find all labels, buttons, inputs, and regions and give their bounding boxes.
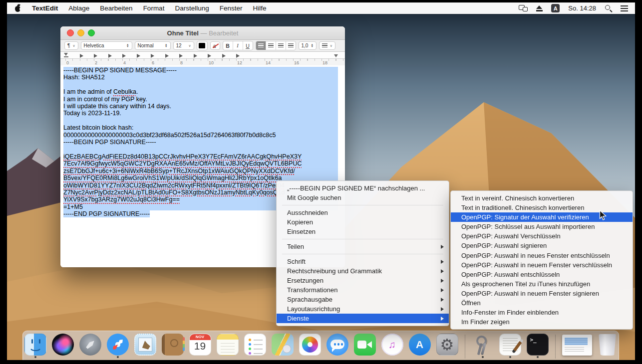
menu-item-layoutausrichtung[interactable]: Layoutausrichtung <box>277 304 449 314</box>
dock-item-reminders[interactable] <box>244 334 266 358</box>
menubar-clock[interactable]: So. 14:28 <box>568 4 596 12</box>
dock-item-finder[interactable] <box>24 334 46 358</box>
mail-icon <box>134 334 156 356</box>
minimize-button[interactable] <box>77 29 84 36</box>
align-right-button[interactable] <box>276 41 286 50</box>
zoom-button[interactable] <box>88 29 95 36</box>
close-button[interactable] <box>67 29 74 36</box>
menu-item-als-gesprochenen-titel-zu-itunes-hinzufügen[interactable]: Als gesprochenen Titel zu iTunes hinzufü… <box>451 279 633 289</box>
menubar-menu-darstellung[interactable]: Darstellung <box>175 4 209 12</box>
menu-item-ausschneiden[interactable]: Ausschneiden <box>277 208 449 217</box>
menu-item-kopieren[interactable]: Kopieren <box>277 217 449 227</box>
tab-stop-marker[interactable] <box>222 54 226 58</box>
apple-menu-icon[interactable] <box>14 4 21 12</box>
menu-item-openpgp-auswahl-in-neuem-fenster-verschlüsseln[interactable]: OpenPGP: Auswahl in neuem Fenster versch… <box>451 260 633 270</box>
menubar-menu-fenster[interactable]: Fenster <box>220 4 243 12</box>
menubar-menu-format[interactable]: Format <box>143 4 165 12</box>
eject-icon[interactable] <box>536 5 543 11</box>
dock-item-trash[interactable] <box>598 334 618 358</box>
notification-center-icon[interactable] <box>621 5 628 11</box>
tab-stop-marker[interactable] <box>208 54 211 58</box>
spotlight-search-icon[interactable] <box>605 4 612 12</box>
menu-item-öffnen[interactable]: Öffnen <box>451 298 633 308</box>
font-family-select[interactable]: Helvetica ▲▼ <box>81 41 132 50</box>
menu-item-openpgp-auswahl-verschlüsseln[interactable]: OpenPGP: Auswahl Verschlüsseln <box>451 231 633 241</box>
dock-item-app-store[interactable]: A <box>409 334 431 358</box>
dock-item-messages[interactable] <box>326 334 348 358</box>
menu-item-schrift[interactable]: Schrift <box>277 257 449 266</box>
menu-item-mit-google-suchen[interactable]: Mit Google suchen <box>277 193 449 202</box>
menu-item-ersetzungen[interactable]: Ersetzungen <box>277 276 449 285</box>
tab-stop-marker[interactable] <box>122 54 126 58</box>
menu-item-openpgp-auswahl-in-neues-fenster-entschlüsseln[interactable]: OpenPGP: Auswahl in neues Fenster entsch… <box>451 251 633 260</box>
dock-item-itunes[interactable]: ♫ <box>381 334 403 358</box>
menu-item-openpgp-auswahl-signieren[interactable]: OpenPGP: Auswahl signieren <box>451 241 633 250</box>
typeface-select[interactable]: Normal ▲▼ <box>135 41 171 50</box>
paragraph-styles-button[interactable]: ¶∨ <box>64 41 78 50</box>
menu-item-transformationen[interactable]: Transformationen <box>277 285 449 295</box>
displays-status-icon[interactable] <box>519 5 528 11</box>
menubar-menu-ablage[interactable]: Ablage <box>68 4 89 12</box>
menu-item-info-fenster-im-finder-einblenden[interactable]: Info-Fenster im Finder einblenden <box>451 308 633 317</box>
dock-item-maps[interactable] <box>272 334 294 358</box>
dock-item-photos[interactable] <box>299 334 321 358</box>
tab-stop-marker[interactable] <box>94 54 97 58</box>
dock-item-facetime[interactable] <box>354 334 376 358</box>
align-justify-button[interactable] <box>286 41 296 50</box>
menu-item-einsetzen[interactable]: Einsetzen <box>277 227 449 236</box>
bold-button[interactable]: B <box>223 41 233 50</box>
tab-stop-marker[interactable] <box>137 54 140 58</box>
menu-item-sprachausgabe[interactable]: Sprachausgabe <box>277 295 449 304</box>
window-titlebar[interactable]: Ohne Titel — Bearbeitet <box>60 26 345 40</box>
input-source-badge[interactable]: A <box>551 4 560 12</box>
dock-item-calendar[interactable]: NOV19 <box>189 334 211 358</box>
tab-stop-marker[interactable] <box>236 54 240 58</box>
menu-item-rechtschreibung-und-grammatik[interactable]: Rechtschreibung und Grammatik <box>277 266 449 276</box>
tab-stop-marker[interactable] <box>165 54 169 58</box>
running-indicator-dot <box>34 356 36 358</box>
underline-button[interactable]: U <box>243 41 253 50</box>
tab-stop-marker[interactable] <box>151 54 154 58</box>
list-style-select[interactable]: ∨ <box>319 41 335 50</box>
menu-item-openpgp-schlüssel-aus-auswahl-importieren[interactable]: OpenPGP: Schlüssel aus Auswahl importier… <box>451 222 633 231</box>
font-size-select[interactable]: 12∨ <box>173 41 194 50</box>
dock-item-contacts[interactable] <box>162 334 184 358</box>
menu-item-text-in-vereinf-chinesisch-konvertieren[interactable]: Text in vereinf. Chinesisch konvertieren <box>451 193 633 203</box>
tab-stop-marker[interactable] <box>179 54 183 58</box>
dock-item-system-preferences[interactable]: ⚙ <box>436 334 458 358</box>
menu-item-openpgp-auswahl-in-neuem-fenster-signieren[interactable]: OpenPGP: Auswahl in neuem Fenster signie… <box>451 289 633 298</box>
line-spacing-select[interactable]: 1,0 ▲▼ <box>299 41 317 50</box>
textedit-icon <box>499 334 521 356</box>
menubar-menu-bearbeiten[interactable]: Bearbeiten <box>100 4 132 12</box>
menu-item-begin-pgp-signed-me-nachschlagen[interactable]: „-----BEGIN PGP SIGNED ME“ nachschlagen … <box>277 183 449 193</box>
dock-item-launchpad[interactable] <box>79 334 101 358</box>
dock-item-minimized-window[interactable] <box>562 334 592 358</box>
menu-item-dienste[interactable]: Dienste <box>277 314 449 323</box>
menu-item-teilen[interactable]: Teilen <box>277 242 449 251</box>
left-margin-marker[interactable] <box>64 53 68 57</box>
align-left-button[interactable] <box>256 41 266 50</box>
ruler[interactable]: 024681012141618 <box>60 52 345 66</box>
dock-item-mail[interactable] <box>134 334 156 358</box>
text-color-well[interactable] <box>197 41 208 50</box>
menu-item-im-finder-zeigen[interactable]: Im Finder zeigen <box>451 317 633 327</box>
calendar-day-label: 19 <box>190 340 211 352</box>
menubar-menu-hilfe[interactable]: Hilfe <box>253 4 266 12</box>
tab-stop-marker[interactable] <box>194 54 197 58</box>
menubar-app-name[interactable]: TextEdit <box>32 4 58 12</box>
italic-button[interactable]: I <box>233 41 243 50</box>
tab-stop-marker[interactable] <box>80 54 83 58</box>
list-icon <box>322 43 327 48</box>
dock-item-keychain-access[interactable] <box>472 334 494 358</box>
tab-stop-marker[interactable] <box>108 54 112 58</box>
text-color-picker-button[interactable]: a <box>210 41 220 50</box>
align-center-button[interactable] <box>266 41 276 50</box>
right-margin-marker[interactable] <box>334 54 338 57</box>
dock-item-notes[interactable] <box>217 334 239 358</box>
menu-item-openpgp-auswahl-entschlüsseln[interactable]: OpenPGP: Auswahl entschlüsseln <box>451 270 633 279</box>
dock-item-textedit[interactable] <box>499 334 521 358</box>
dock-item-safari[interactable] <box>107 334 129 358</box>
dock-item-terminal[interactable]: >_ <box>527 334 549 358</box>
dock-item-siri[interactable] <box>52 334 74 358</box>
misspelled-word: Cebulka <box>113 88 136 95</box>
